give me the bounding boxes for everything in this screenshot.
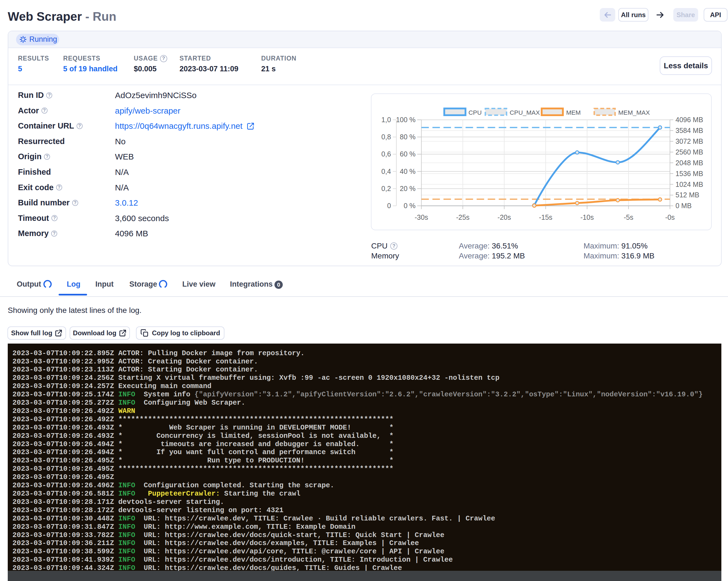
svg-text:512 MB: 512 MB xyxy=(675,191,699,199)
svg-text:0,4: 0,4 xyxy=(382,167,391,175)
svg-text:-15s: -15s xyxy=(539,213,552,221)
svg-text:0,6: 0,6 xyxy=(382,150,391,158)
svg-text:2560 MB: 2560 MB xyxy=(675,148,703,156)
svg-text:-10s: -10s xyxy=(580,213,594,221)
svg-text:20 %: 20 % xyxy=(400,185,416,192)
svg-text:1536 MB: 1536 MB xyxy=(675,170,703,178)
svg-text:-30s: -30s xyxy=(415,213,428,221)
svg-text:100 %: 100 % xyxy=(396,116,416,124)
svg-text:-20s: -20s xyxy=(497,213,511,221)
svg-text:4096 MB: 4096 MB xyxy=(675,116,703,124)
svg-text:-5s: -5s xyxy=(624,213,633,221)
svg-text:-0s: -0s xyxy=(665,213,675,221)
svg-text:MEM: MEM xyxy=(566,109,581,116)
svg-text:CPU_MAX: CPU_MAX xyxy=(510,109,540,116)
svg-text:0,8: 0,8 xyxy=(382,133,391,141)
svg-text:80 %: 80 % xyxy=(400,133,416,141)
svg-text:-25s: -25s xyxy=(456,213,470,221)
svg-text:1,0: 1,0 xyxy=(382,116,391,124)
svg-text:60 %: 60 % xyxy=(400,150,416,158)
svg-text:0,2: 0,2 xyxy=(382,185,391,192)
svg-text:3584 MB: 3584 MB xyxy=(675,127,703,134)
svg-text:3072 MB: 3072 MB xyxy=(675,137,703,145)
svg-text:40 %: 40 % xyxy=(400,167,416,175)
svg-text:0 MB: 0 MB xyxy=(675,202,692,210)
svg-text:2048 MB: 2048 MB xyxy=(675,159,703,167)
svg-text:0: 0 xyxy=(387,202,391,210)
svg-text:0 %: 0 % xyxy=(404,202,416,210)
svg-text:CPU: CPU xyxy=(468,109,482,116)
svg-text:1024 MB: 1024 MB xyxy=(675,181,703,188)
svg-text:MEM_MAX: MEM_MAX xyxy=(618,109,650,116)
